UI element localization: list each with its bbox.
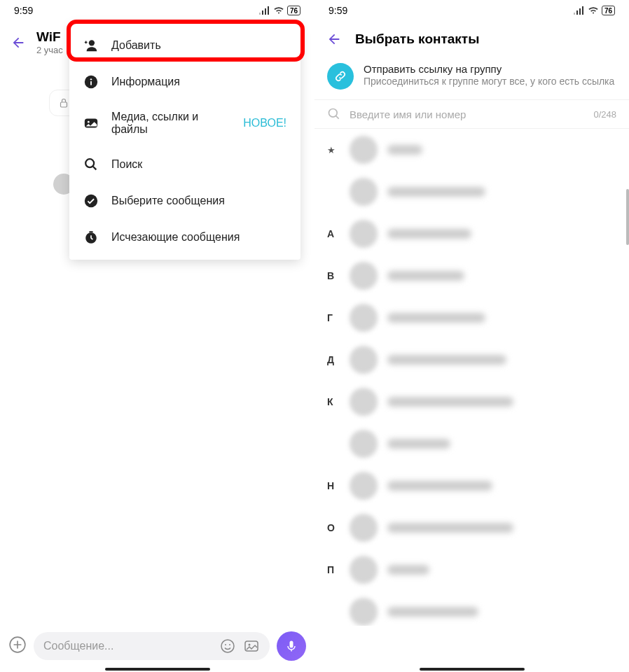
contact-name-blurred bbox=[387, 145, 422, 155]
signal-icon bbox=[574, 6, 585, 15]
svg-point-26 bbox=[329, 109, 338, 118]
contact-row[interactable]: П bbox=[314, 549, 629, 591]
timer-icon bbox=[83, 230, 99, 245]
menu-item-label: Информация bbox=[111, 76, 180, 88]
svg-point-17 bbox=[225, 644, 226, 645]
contact-row[interactable]: ★ bbox=[314, 129, 629, 171]
gallery-icon[interactable] bbox=[243, 638, 260, 654]
section-letter: Д bbox=[327, 354, 340, 365]
contact-row[interactable]: В bbox=[314, 255, 629, 297]
wifi-icon bbox=[273, 6, 284, 15]
share-link-row[interactable]: Отправить ссылку на группу Присоединитьс… bbox=[314, 57, 629, 99]
status-bar: 9:59 76 bbox=[314, 0, 629, 21]
contact-search[interactable]: Введите имя или номер 0/248 bbox=[314, 99, 629, 129]
chat-title: WiF bbox=[36, 29, 63, 45]
share-link-title: Отправить ссылку на группу bbox=[364, 63, 614, 75]
contact-row[interactable]: К bbox=[314, 381, 629, 423]
menu-item-search[interactable]: Поиск bbox=[69, 146, 300, 183]
home-indicator[interactable] bbox=[105, 668, 210, 671]
selection-counter: 0/248 bbox=[593, 109, 616, 120]
mic-button[interactable] bbox=[277, 631, 306, 661]
contact-row[interactable] bbox=[314, 591, 629, 626]
add-person-icon bbox=[83, 38, 99, 53]
share-link-text: Отправить ссылку на группу Присоединитьс… bbox=[364, 63, 614, 88]
check-icon bbox=[83, 193, 99, 209]
contact-row[interactable] bbox=[314, 423, 629, 465]
contact-name-blurred bbox=[387, 313, 485, 323]
home-indicator[interactable] bbox=[420, 668, 525, 671]
battery-icon: 76 bbox=[287, 6, 300, 15]
svg-point-10 bbox=[88, 121, 90, 123]
contact-name-blurred bbox=[387, 397, 513, 407]
chat-subtitle: 2 учас bbox=[36, 45, 63, 55]
contacts-list[interactable]: ★АВГДКНОП bbox=[314, 129, 629, 626]
contact-avatar bbox=[350, 178, 378, 206]
contact-row[interactable]: А bbox=[314, 213, 629, 255]
contacts-title: Выбрать контакты bbox=[355, 31, 479, 47]
contact-row[interactable]: Г bbox=[314, 297, 629, 339]
lock-icon bbox=[60, 98, 68, 108]
share-link-subtitle: Присоединиться к группе могут все, у ког… bbox=[364, 75, 614, 88]
contact-avatar bbox=[350, 514, 378, 542]
svg-rect-3 bbox=[268, 6, 269, 15]
svg-point-5 bbox=[89, 40, 95, 46]
svg-rect-21 bbox=[290, 641, 293, 648]
message-input[interactable]: Сообщение... bbox=[34, 632, 270, 660]
contact-row[interactable] bbox=[314, 171, 629, 213]
svg-point-16 bbox=[221, 640, 234, 652]
attach-button[interactable] bbox=[8, 636, 27, 657]
contact-avatar bbox=[350, 388, 378, 416]
section-letter: А bbox=[327, 228, 340, 239]
status-time: 9:59 bbox=[14, 5, 33, 16]
scrollbar[interactable] bbox=[626, 189, 629, 245]
svg-rect-14 bbox=[89, 231, 93, 232]
svg-rect-4 bbox=[61, 102, 67, 107]
menu-item-label: Медиа, ссылки и файлы bbox=[111, 111, 228, 136]
contact-avatar bbox=[350, 304, 378, 332]
contact-name-blurred bbox=[387, 271, 464, 281]
star-icon: ★ bbox=[327, 145, 340, 155]
section-letter: К bbox=[327, 396, 340, 407]
contact-name-blurred bbox=[387, 355, 506, 365]
menu-item-label: Выберите сообщения bbox=[111, 195, 225, 207]
search-icon bbox=[327, 107, 341, 121]
search-icon bbox=[83, 157, 99, 172]
battery-icon: 76 bbox=[602, 6, 615, 15]
menu-item-info[interactable]: Информация bbox=[69, 64, 300, 100]
menu-item-add-person[interactable]: Добавить bbox=[69, 27, 300, 64]
status-time: 9:59 bbox=[329, 5, 347, 16]
menu-item-label: Исчезающие сообщения bbox=[111, 231, 240, 244]
svg-point-11 bbox=[85, 159, 94, 167]
back-button[interactable] bbox=[10, 34, 27, 51]
screen-select-contacts: 9:59 76 Выбрать контакты Отправить ссылк… bbox=[314, 0, 629, 672]
contact-name-blurred bbox=[387, 607, 478, 617]
section-letter: В bbox=[327, 270, 340, 281]
status-bar: 9:59 76 bbox=[0, 0, 314, 21]
svg-rect-2 bbox=[265, 8, 266, 15]
contact-row[interactable]: Д bbox=[314, 339, 629, 381]
section-letter: О bbox=[327, 522, 340, 533]
message-composer: Сообщение... bbox=[0, 629, 314, 664]
contact-row[interactable]: О bbox=[314, 507, 629, 549]
search-placeholder: Введите имя или номер bbox=[350, 108, 585, 120]
new-badge: НОВОЕ! bbox=[243, 117, 286, 130]
contact-name-blurred bbox=[387, 565, 429, 575]
chat-title-block[interactable]: WiF 2 учас bbox=[36, 29, 63, 55]
contact-row[interactable]: Н bbox=[314, 465, 629, 507]
svg-rect-22 bbox=[574, 13, 575, 15]
back-button[interactable] bbox=[326, 31, 343, 48]
svg-rect-24 bbox=[579, 8, 581, 15]
contact-avatar bbox=[350, 346, 378, 374]
contact-avatar bbox=[350, 472, 378, 500]
emoji-icon[interactable] bbox=[219, 638, 236, 654]
contact-name-blurred bbox=[387, 523, 513, 533]
message-placeholder: Сообщение... bbox=[43, 640, 212, 652]
menu-item-media[interactable]: Медиа, ссылки и файлыНОВОЕ! bbox=[69, 100, 300, 146]
menu-item-check[interactable]: Выберите сообщения bbox=[69, 183, 300, 219]
menu-item-label: Добавить bbox=[111, 39, 161, 52]
status-indicators: 76 bbox=[259, 6, 300, 15]
link-icon bbox=[327, 63, 354, 90]
menu-item-timer[interactable]: Исчезающие сообщения bbox=[69, 219, 300, 255]
svg-rect-1 bbox=[262, 10, 263, 15]
contact-avatar bbox=[350, 556, 378, 584]
